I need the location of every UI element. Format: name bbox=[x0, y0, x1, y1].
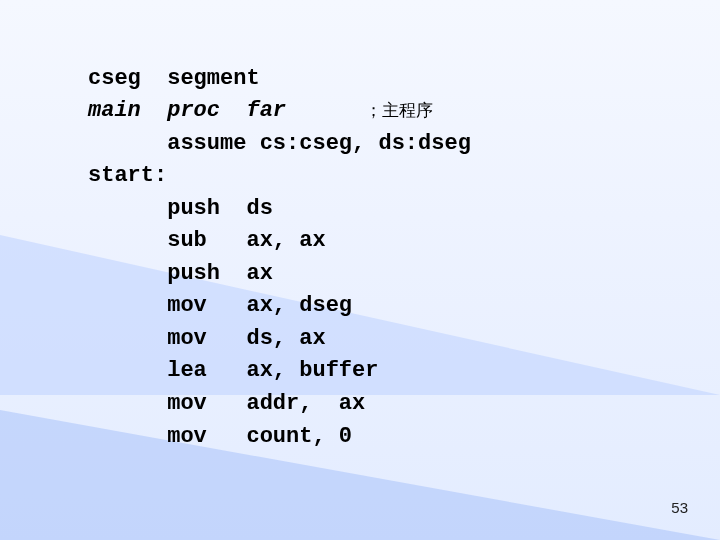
code-line-10: lea ax, buffer bbox=[88, 358, 378, 383]
label-main: main bbox=[88, 98, 141, 123]
opcode: lea bbox=[167, 358, 207, 383]
opcode: mov bbox=[167, 391, 207, 416]
code-line-4: start: bbox=[88, 163, 167, 188]
operand: ax, dseg bbox=[246, 293, 352, 318]
code-line-2: main proc far ；主程序 bbox=[88, 98, 433, 123]
page-number: 53 bbox=[671, 499, 688, 516]
opcode: mov bbox=[167, 326, 207, 351]
kw-segment: segment bbox=[167, 66, 259, 91]
operand: ds bbox=[246, 196, 272, 221]
code-line-1: cseg segment bbox=[88, 66, 260, 91]
opcode: push bbox=[167, 196, 220, 221]
code-line-6: sub ax, ax bbox=[88, 228, 326, 253]
code-line-5: push ds bbox=[88, 196, 273, 221]
opcode: mov bbox=[167, 293, 207, 318]
opcode: push bbox=[167, 261, 220, 286]
opcode: sub bbox=[167, 228, 207, 253]
code-line-7: push ax bbox=[88, 261, 273, 286]
operand: ax, buffer bbox=[246, 358, 378, 383]
code-line-8: mov ax, dseg bbox=[88, 293, 352, 318]
operand: addr, ax bbox=[246, 391, 365, 416]
operand: count, 0 bbox=[246, 424, 352, 449]
comment-main: ；主程序 bbox=[365, 101, 433, 120]
operand: ax bbox=[246, 261, 272, 286]
label-start: start: bbox=[88, 163, 167, 188]
code-line-11: mov addr, ax bbox=[88, 391, 365, 416]
operand: ds, ax bbox=[246, 326, 325, 351]
opcode: mov bbox=[167, 424, 207, 449]
kw-far: far bbox=[246, 98, 286, 123]
assume-directive: assume cs:cseg, ds:dseg bbox=[167, 131, 471, 156]
label-cseg: cseg bbox=[88, 66, 141, 91]
code-block: cseg segment main proc far ；主程序 assume c… bbox=[88, 30, 471, 453]
code-line-3: assume cs:cseg, ds:dseg bbox=[88, 131, 471, 156]
operand: ax, ax bbox=[246, 228, 325, 253]
code-line-12: mov count, 0 bbox=[88, 424, 352, 449]
code-line-9: mov ds, ax bbox=[88, 326, 326, 351]
kw-proc: proc bbox=[167, 98, 220, 123]
